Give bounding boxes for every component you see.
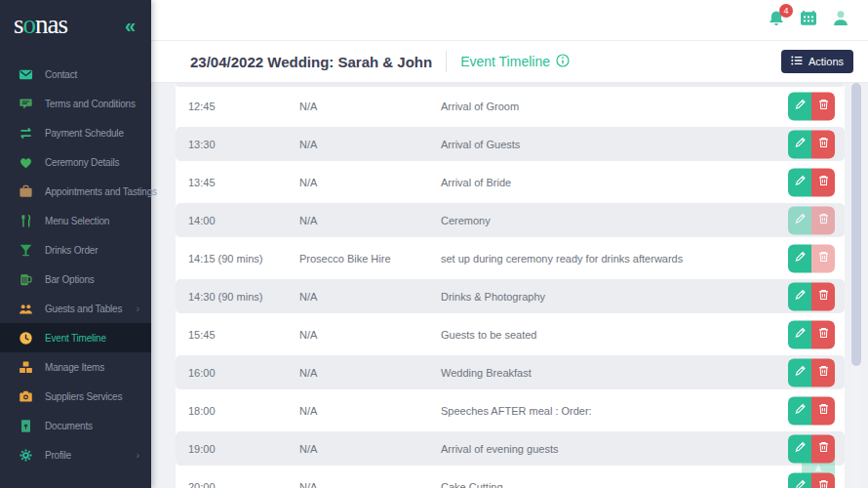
row-actions — [788, 434, 835, 463]
row-description: Arrival of Bride — [441, 177, 845, 188]
edit-row-button[interactable] — [788, 396, 811, 425]
timeline-row: 14:00N/ACeremony — [176, 201, 845, 239]
sidebar-item-documents[interactable]: Documents — [0, 411, 151, 440]
collapse-sidebar-button[interactable]: « — [125, 16, 136, 35]
sidebar-item-profile[interactable]: Profile› — [0, 440, 151, 469]
row-actions — [788, 358, 835, 386]
delete-row-button[interactable] — [811, 472, 835, 488]
row-time: 13:30 — [176, 139, 299, 150]
edit-row-button[interactable] — [788, 130, 811, 158]
app-window: sonas « ContactTerms and ConditionsPayme… — [0, 0, 868, 488]
chevron-right-icon: › — [137, 449, 139, 461]
scrollbar-thumb[interactable] — [851, 83, 861, 366]
row-supplier: N/A — [299, 405, 441, 417]
sidebar-item-payment-schedule[interactable]: Payment Schedule — [0, 118, 151, 147]
delete-row-button[interactable] — [811, 168, 835, 196]
trash-icon — [817, 213, 830, 228]
people-icon — [18, 302, 33, 316]
sidebar-item-ceremony-details[interactable]: Ceremony Details — [0, 147, 151, 177]
trash-icon — [817, 99, 830, 114]
actions-button[interactable]: Actions — [781, 50, 853, 73]
row-description: Ceremony — [441, 215, 845, 226]
pencil-icon — [794, 251, 807, 266]
sidebar-item-label: Ceremony Details — [45, 157, 119, 168]
edit-row-button[interactable] — [788, 320, 811, 348]
clock-icon — [18, 331, 33, 346]
pencil-icon — [794, 365, 807, 381]
calendar-button[interactable] — [799, 9, 818, 32]
delete-row-button[interactable] — [811, 244, 835, 272]
edit-row-button[interactable] — [788, 434, 811, 463]
scrollbar-track — [850, 83, 862, 488]
trash-icon — [817, 289, 830, 305]
delete-row-button[interactable] — [811, 358, 835, 386]
delete-row-button[interactable] — [811, 320, 835, 348]
pencil-icon — [794, 479, 807, 488]
martini-icon — [18, 243, 33, 258]
delete-row-button[interactable] — [811, 396, 835, 425]
row-actions — [788, 472, 835, 488]
row-actions — [788, 396, 835, 425]
edit-row-button[interactable] — [788, 206, 811, 234]
pencil-icon — [794, 441, 807, 457]
timeline-row: 13:30N/AArrival of Guests — [176, 125, 845, 163]
delete-row-button[interactable] — [811, 92, 835, 120]
row-time: 19:00 — [176, 443, 299, 455]
sidebar: sonas « ContactTerms and ConditionsPayme… — [0, 0, 151, 488]
row-supplier: N/A — [299, 139, 441, 150]
notification-badge: 4 — [779, 4, 793, 18]
sidebar-item-bar-options[interactable]: Bar Options — [0, 264, 151, 294]
pencil-icon — [794, 213, 807, 228]
sidebar-item-label: Drinks Order — [45, 245, 98, 256]
sidebar-item-label: Contact — [45, 69, 77, 80]
sidebar-item-suppliers-services[interactable]: Suppliers Services — [0, 382, 151, 411]
section-title: Event Timeline — [460, 54, 570, 70]
sidebar-item-guests-and-tables[interactable]: Guests and Tables› — [0, 294, 151, 323]
sidebar-item-appointments-and-tastings[interactable]: Appointments and Tastings — [0, 177, 151, 206]
trash-icon — [817, 327, 830, 343]
sidebar-item-label: Event Timeline — [45, 333, 106, 344]
divider — [446, 51, 447, 72]
page-title: 23/04/2022 Wedding: Sarah & John — [190, 54, 432, 70]
sidebar-item-label: Guests and Tables — [45, 304, 122, 314]
notifications-button[interactable]: 4 — [767, 9, 786, 32]
delete-row-button[interactable] — [811, 282, 835, 310]
sidebar-item-manage-items[interactable]: Manage Items — [0, 352, 151, 382]
info-icon[interactable] — [556, 54, 570, 70]
row-description: Drinks & Photography — [441, 291, 845, 303]
row-description: Guests to be seated — [441, 329, 845, 341]
list-icon — [791, 56, 803, 67]
row-description: Speeches AFTER meal : Order: — [441, 405, 845, 417]
sidebar-item-event-timeline[interactable]: Event Timeline — [0, 323, 151, 352]
sidebar-item-label: Payment Schedule — [45, 128, 124, 139]
row-time: 15:45 — [176, 329, 299, 341]
row-supplier: N/A — [299, 329, 441, 341]
pencil-icon — [794, 175, 807, 190]
sidebar-item-contact[interactable]: Contact — [0, 60, 151, 89]
row-description: Arrival of evening guests — [441, 443, 845, 455]
app-logo: sonas — [14, 12, 67, 38]
edit-row-button[interactable] — [788, 168, 811, 196]
row-time: 13:45 — [176, 177, 299, 188]
edit-row-button[interactable] — [788, 358, 811, 386]
edit-row-button[interactable] — [788, 244, 811, 272]
delete-row-button[interactable] — [811, 434, 835, 463]
timeline-row: 14:30 (90 mins)N/ADrinks & Photography — [176, 277, 845, 315]
edit-row-button[interactable] — [788, 92, 811, 120]
envelope-icon — [18, 67, 33, 82]
account-button[interactable] — [831, 9, 850, 32]
sidebar-item-terms-and-conditions[interactable]: Terms and Conditions — [0, 89, 151, 118]
sidebar-item-menu-selection[interactable]: Menu Selection — [0, 206, 151, 235]
sidebar-item-drinks-order[interactable]: Drinks Order — [0, 235, 151, 264]
trash-icon — [817, 403, 830, 419]
edit-row-button[interactable] — [788, 282, 811, 310]
edit-row-button[interactable] — [788, 472, 811, 488]
row-supplier: N/A — [299, 101, 441, 112]
row-actions — [788, 282, 835, 310]
pencil-icon — [794, 99, 807, 114]
delete-row-button[interactable] — [811, 206, 835, 234]
sidebar-item-label: Manage Items — [45, 362, 104, 373]
row-supplier: N/A — [299, 481, 441, 488]
delete-row-button[interactable] — [811, 130, 835, 158]
sidebar-item-label: Appointments and Tastings — [45, 186, 157, 197]
